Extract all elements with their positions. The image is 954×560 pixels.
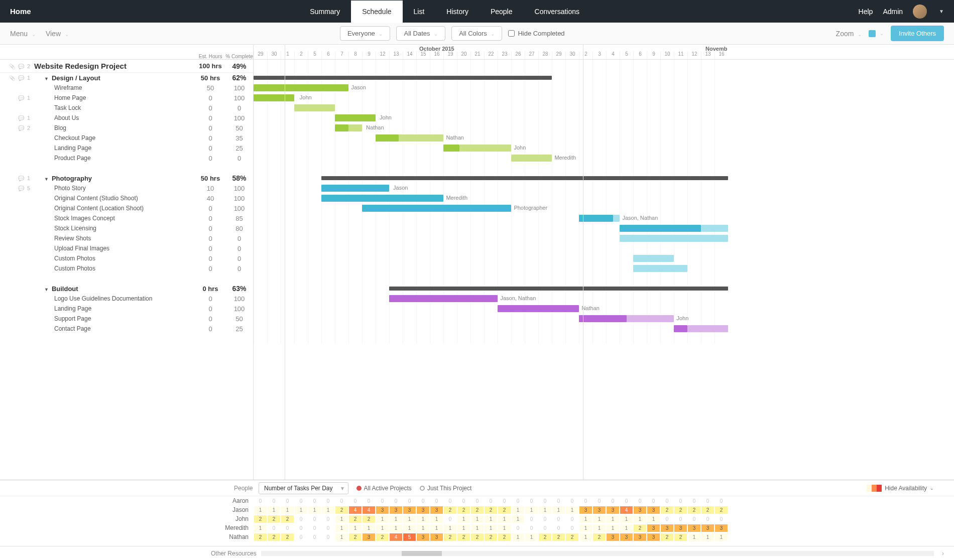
- task-name[interactable]: Home Page: [34, 94, 195, 101]
- admin-link[interactable]: Admin: [883, 8, 903, 16]
- gantt-bar[interactable]: [620, 235, 728, 242]
- colors-filter[interactable]: All Colors ⌄: [451, 26, 502, 41]
- workload-cell: 0: [321, 515, 335, 523]
- group-row[interactable]: ▼Design / Layout: [34, 74, 195, 82]
- project-title[interactable]: Website Redesign Project: [34, 62, 195, 70]
- gantt-bar[interactable]: [620, 225, 701, 232]
- group-row[interactable]: ▼Photography: [34, 175, 195, 182]
- group-row[interactable]: ▼Buildout: [34, 285, 195, 293]
- gantt-bar[interactable]: [348, 124, 362, 131]
- summary-bar[interactable]: [254, 76, 552, 80]
- task-name[interactable]: Logo Use Guidelines Documentation: [34, 295, 195, 302]
- comment-icon[interactable]: [18, 75, 24, 81]
- gantt-bar[interactable]: [399, 134, 443, 142]
- tab-schedule[interactable]: Schedule: [351, 1, 402, 23]
- task-name[interactable]: Custom Photos: [34, 265, 195, 272]
- task-name[interactable]: Blog: [34, 124, 195, 131]
- chevron-down-icon[interactable]: ▼: [939, 9, 944, 14]
- gantt-bar[interactable]: [687, 325, 728, 332]
- task-name[interactable]: Landing Page: [34, 305, 195, 312]
- tab-summary[interactable]: Summary: [299, 1, 351, 23]
- gantt-bar[interactable]: [579, 215, 613, 222]
- workload-cell: 0: [308, 515, 321, 523]
- gantt-bar[interactable]: [321, 195, 443, 202]
- task-name[interactable]: Original Content (Studio Shoot): [34, 195, 195, 202]
- other-resources-row[interactable]: Other Resources ‹ ›: [0, 546, 954, 560]
- gantt-bar[interactable]: [701, 225, 728, 232]
- user-avatar[interactable]: [913, 5, 927, 19]
- task-name[interactable]: Review Shots: [34, 235, 195, 242]
- all-projects-radio[interactable]: All Active Projects: [356, 485, 412, 492]
- comment-icon[interactable]: [18, 115, 24, 121]
- tab-conversations[interactable]: Conversations: [524, 1, 591, 23]
- this-project-radio[interactable]: Just This Project: [420, 485, 471, 492]
- gantt-bar[interactable]: [335, 114, 376, 121]
- task-name[interactable]: Original Content (Location Shoot): [34, 205, 195, 212]
- tab-history[interactable]: History: [435, 1, 480, 23]
- workload-cell: 3: [606, 506, 620, 514]
- day-cell: 27: [525, 51, 538, 59]
- task-name[interactable]: About Us: [34, 114, 195, 121]
- color-picker[interactable]: ⌄: [869, 30, 884, 37]
- comment-icon[interactable]: [18, 185, 24, 191]
- gantt-bar[interactable]: [321, 185, 389, 192]
- invite-others-button[interactable]: Invite Others: [891, 26, 944, 41]
- gantt-bar[interactable]: [633, 255, 674, 262]
- horizontal-scrollbar[interactable]: [402, 551, 442, 556]
- task-name[interactable]: Photo Story: [34, 185, 195, 192]
- tab-list[interactable]: List: [403, 1, 436, 23]
- gantt-bar[interactable]: [389, 295, 498, 302]
- summary-bar[interactable]: [321, 176, 728, 180]
- gantt-bar[interactable]: [511, 155, 552, 162]
- comment-icon[interactable]: [18, 95, 24, 101]
- gantt-bar[interactable]: [254, 94, 294, 101]
- gantt-bar[interactable]: [443, 145, 459, 152]
- task-name[interactable]: Upload Final Images: [34, 245, 195, 252]
- comment-icon[interactable]: [18, 175, 24, 181]
- everyone-filter[interactable]: Everyone ⌄: [340, 26, 391, 41]
- view-dropdown[interactable]: View ⌄: [46, 30, 69, 38]
- task-name[interactable]: Checkout Page: [34, 134, 195, 142]
- task-name[interactable]: Contact Page: [34, 325, 195, 332]
- gantt-bar[interactable]: [459, 145, 511, 152]
- gantt-bar[interactable]: [335, 124, 348, 131]
- gantt-bar[interactable]: [498, 305, 579, 312]
- gantt-bar[interactable]: [627, 315, 674, 322]
- tab-people[interactable]: People: [480, 1, 524, 23]
- comment-icon[interactable]: [18, 63, 24, 69]
- workload-cell: 1: [335, 524, 348, 532]
- comment-icon[interactable]: [18, 125, 24, 131]
- attachment-icon[interactable]: [9, 63, 15, 69]
- task-name[interactable]: Landing Page: [34, 145, 195, 152]
- workload-cell: 0: [389, 497, 403, 505]
- gantt-chart[interactable]: October 2015 Novemb 29301256789121314151…: [254, 45, 954, 480]
- home-link[interactable]: Home: [10, 7, 31, 16]
- task-name[interactable]: Product Page: [34, 155, 195, 162]
- task-name[interactable]: Support Page: [34, 315, 195, 322]
- gantt-bar[interactable]: [674, 325, 687, 332]
- task-name[interactable]: Custom Photos: [34, 255, 195, 262]
- summary-bar[interactable]: [389, 287, 728, 291]
- gantt-bar[interactable]: [254, 84, 348, 91]
- menu-dropdown[interactable]: Menu ⌄: [10, 30, 36, 38]
- task-name[interactable]: Stock Images Concept: [34, 215, 195, 222]
- task-name[interactable]: Wireframe: [34, 84, 195, 91]
- gantt-bar[interactable]: [633, 265, 687, 272]
- day-cell: 5: [308, 51, 321, 59]
- gantt-bar[interactable]: [579, 315, 627, 322]
- help-link[interactable]: Help: [859, 8, 873, 16]
- hide-completed-checkbox[interactable]: Hide Completed: [508, 30, 564, 37]
- attachment-icon[interactable]: [9, 75, 15, 81]
- workload-cell: 3: [674, 524, 687, 532]
- gantt-bar[interactable]: [362, 205, 511, 212]
- tasks-per-day-dropdown[interactable]: Number of Tasks Per Day ▾: [259, 482, 348, 494]
- zoom-dropdown[interactable]: Zoom ⌄: [836, 30, 862, 38]
- task-name[interactable]: Stock Licensing: [34, 225, 195, 232]
- hide-availability-toggle[interactable]: Hide Availability ⌄: [867, 485, 934, 492]
- gantt-bar[interactable]: [294, 104, 335, 111]
- workload-cell: 0: [565, 515, 579, 523]
- gantt-bar[interactable]: [376, 134, 399, 142]
- gantt-bar[interactable]: [613, 215, 620, 222]
- dates-filter[interactable]: All Dates ⌄: [396, 26, 445, 41]
- task-name[interactable]: Task Lock: [34, 104, 195, 111]
